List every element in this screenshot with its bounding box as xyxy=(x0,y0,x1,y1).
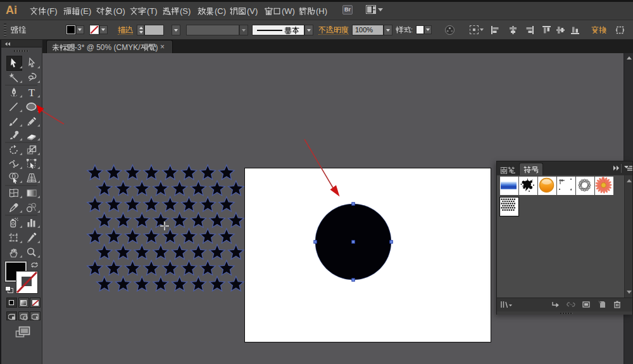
svg-text:T: T xyxy=(28,87,35,98)
